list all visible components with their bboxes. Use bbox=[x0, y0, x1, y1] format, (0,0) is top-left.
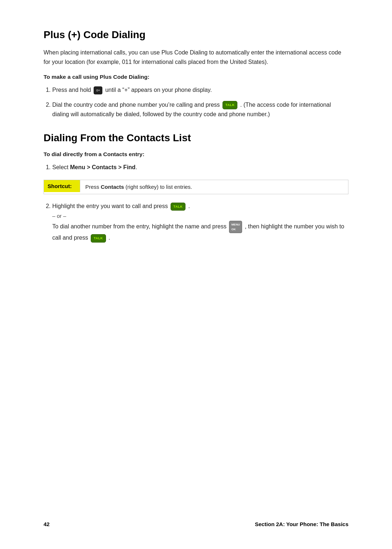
step1-text-before: Press and hold bbox=[52, 87, 91, 93]
shortcut-content: Press Contacts (right softkey) to list e… bbox=[80, 180, 197, 194]
step1-contacts-after: . bbox=[135, 164, 137, 170]
step2-line1-before: Highlight the entry you want to call and… bbox=[52, 203, 168, 209]
step1-text-after: until a “+” appears on your phone displa… bbox=[105, 87, 212, 93]
step2-line1-period: . bbox=[188, 203, 190, 209]
talk-button-3: TALK bbox=[91, 234, 106, 243]
section-contacts-dialing: Dialing From the Contacts List To dial d… bbox=[44, 132, 348, 243]
section-intro: When placing international calls, you ca… bbox=[44, 48, 348, 66]
shortcut-bold: Contacts bbox=[101, 184, 124, 190]
footer-page-number: 42 bbox=[44, 521, 50, 527]
subheading-plus-code: To make a call using Plus Code Dialing: bbox=[44, 74, 348, 80]
footer: 42 Section 2A: Your Phone: The Basics bbox=[0, 521, 392, 527]
step1-contacts-bold: Menu > Contacts > Find bbox=[70, 164, 135, 170]
menu-ok-button: MENUOK bbox=[229, 221, 242, 233]
step-2-plus-code: Dial the country code and phone number y… bbox=[52, 100, 348, 119]
shortcut-text-before: Press bbox=[85, 184, 101, 190]
section-title-contacts: Dialing From the Contacts List bbox=[44, 132, 348, 144]
shortcut-text-after: (right softkey) to list entries. bbox=[124, 184, 192, 190]
shortcut-box: Shortcut: Press Contacts (right softkey)… bbox=[44, 180, 348, 195]
shortcut-label: Shortcut: bbox=[44, 180, 80, 192]
footer-section-label: Section 2A: Your Phone: The Basics bbox=[255, 521, 348, 527]
step2-line2-end: . bbox=[109, 235, 110, 241]
step2-line2: To dial another number from the entry, h… bbox=[52, 223, 226, 229]
steps-list-contacts-after: Highlight the entry you want to call and… bbox=[44, 202, 348, 243]
step-2-contacts: Highlight the entry you want to call and… bbox=[52, 202, 348, 243]
talk-button-2: TALK bbox=[171, 203, 185, 211]
zero-key-button: 0+ bbox=[94, 86, 102, 95]
step1-contacts-text: Select bbox=[52, 164, 70, 170]
or-line: – or – bbox=[52, 213, 66, 219]
page-container: Plus (+) Code Dialing When placing inter… bbox=[0, 0, 392, 285]
section-plus-code: Plus (+) Code Dialing When placing inter… bbox=[44, 29, 348, 119]
steps-list-contacts-before: Select Menu > Contacts > Find. bbox=[44, 163, 348, 172]
step-1-plus-code: Press and hold 0+ until a “+” appears on… bbox=[52, 85, 348, 95]
step-1-contacts: Select Menu > Contacts > Find. bbox=[52, 163, 348, 172]
step2-text-before: Dial the country code and phone number y… bbox=[52, 102, 220, 108]
subheading-contacts: To dial directly from a Contacts entry: bbox=[44, 151, 348, 158]
steps-list-plus-code: Press and hold 0+ until a “+” appears on… bbox=[44, 85, 348, 119]
section-title-plus-code: Plus (+) Code Dialing bbox=[44, 29, 348, 41]
talk-button-1: TALK bbox=[222, 101, 237, 109]
